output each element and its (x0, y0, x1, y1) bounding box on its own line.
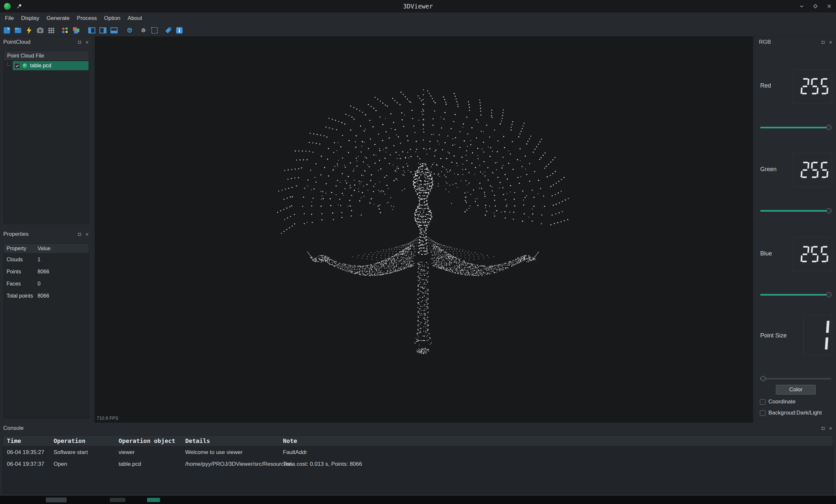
console-cell-details: /home/pyy/PROJ/3DViewer/src/Resources/..… (185, 461, 283, 467)
pointcloud-ball-icon (22, 63, 27, 68)
palette-button[interactable] (71, 25, 81, 35)
maximize-window-icon[interactable] (813, 3, 818, 9)
info-icon (175, 26, 184, 35)
snapshot-button[interactable] (35, 25, 45, 35)
close-panel-icon[interactable] (829, 426, 833, 430)
float-panel-icon[interactable] (821, 40, 825, 44)
color-points-icon (61, 26, 69, 35)
properties-table-header: Property Value (4, 244, 89, 253)
new-pointcloud-icon (3, 26, 11, 35)
selection-area-button[interactable] (150, 25, 159, 35)
menu-generate[interactable]: Generate (43, 13, 73, 24)
shade-window-icon[interactable] (799, 3, 805, 9)
open-file-button[interactable] (13, 25, 23, 35)
property-name: Faces (6, 281, 38, 287)
property-value: 0 (38, 281, 89, 287)
console-column-note[interactable]: Note (283, 438, 833, 444)
property-column-header: Property (6, 246, 38, 252)
close-panel-icon[interactable] (85, 40, 89, 44)
view-bottom-pane-button[interactable] (109, 25, 119, 35)
point-size-slider-handle[interactable] (761, 376, 766, 381)
green-slider[interactable] (760, 208, 832, 214)
red-slider[interactable] (760, 124, 832, 130)
console-column-operation[interactable]: Operation (54, 438, 119, 444)
float-panel-icon[interactable] (77, 232, 82, 236)
viewport-3d[interactable]: 710.8 FPS (95, 37, 753, 423)
background-checkbox-label: Backgroud:Dark/Light (768, 410, 822, 416)
view-left-pane-button[interactable] (87, 25, 97, 35)
console-cell-object: table.pcd (119, 461, 185, 467)
pointcloud-panel: PointCloud Point Cloud File table.pcd (0, 37, 92, 229)
taskbar-item[interactable] (110, 498, 126, 502)
background-checkbox-row[interactable]: Backgroud:Dark/Light (760, 409, 822, 417)
properties-table: Property Value Clouds 1 Points 8066 Face… (4, 243, 89, 419)
float-panel-icon[interactable] (77, 40, 82, 44)
blue-slider-handle[interactable] (826, 292, 832, 297)
color-points-button[interactable] (60, 25, 70, 35)
tag-button[interactable] (163, 25, 173, 35)
info-button[interactable] (174, 25, 184, 35)
background-checkbox[interactable] (760, 410, 765, 416)
pin-icon[interactable] (16, 3, 22, 9)
tree-row: table.pcd (4, 61, 89, 71)
tree-item-table-pcd[interactable]: table.pcd (13, 61, 89, 70)
property-name: Points (6, 269, 38, 275)
view-bottom-pane-icon (110, 26, 118, 35)
console-column-details[interactable]: Details (185, 438, 283, 444)
menu-about[interactable]: About (124, 13, 146, 24)
properties-panel-header: Properties (0, 229, 92, 240)
box-3d-button[interactable] (138, 25, 148, 35)
coordinate-checkbox-row[interactable]: Coordinate (760, 398, 796, 406)
value-column-header: Value (38, 246, 89, 252)
green-lcd-display (793, 153, 832, 187)
toolbar (0, 24, 836, 37)
console-row-1[interactable]: 06-04 19:35:27 Software start viewer Wel… (3, 447, 833, 458)
app-icon (4, 3, 11, 10)
float-panel-icon[interactable] (821, 426, 825, 430)
console-cell-note: FaultAddr (283, 449, 833, 455)
view-right-pane-icon (99, 26, 107, 35)
taskbar-item[interactable] (147, 498, 160, 502)
console-table-header: Time Operation Operation object Details … (3, 435, 833, 447)
snapshot-icon (36, 26, 44, 35)
coordinate-checkbox[interactable] (760, 399, 765, 405)
taskbar-item[interactable] (46, 498, 66, 502)
view-right-pane-button[interactable] (98, 25, 108, 35)
console-cell-note: Time cost: 0.013 s, Points: 8066 (283, 461, 833, 467)
menu-option[interactable]: Option (100, 13, 124, 24)
property-row-faces: Faces 0 (4, 278, 89, 290)
pointcloud-tree: Point Cloud File table.pcd (4, 51, 89, 224)
console-column-object[interactable]: Operation object (119, 438, 185, 444)
menu-display[interactable]: Display (17, 13, 43, 24)
edit-draw-button[interactable] (24, 25, 34, 35)
property-name: Clouds (6, 257, 38, 263)
edit-draw-icon (25, 26, 33, 35)
red-slider-handle[interactable] (826, 125, 832, 130)
new-pointcloud-button[interactable] (2, 25, 12, 35)
menu-process[interactable]: Process (73, 13, 100, 24)
close-panel-icon[interactable] (85, 232, 89, 236)
close-panel-icon[interactable] (829, 40, 833, 44)
console-cell-object: viewer (119, 449, 185, 455)
menu-file[interactable]: File (1, 13, 17, 24)
title-bar: 3DViewer (0, 0, 836, 13)
color-button[interactable]: Color (776, 385, 816, 394)
window-title: 3DViewer (0, 3, 836, 10)
console-panel: Console Time Operation Operation object … (0, 423, 836, 496)
cube-3d-button[interactable] (125, 25, 135, 35)
console-column-time[interactable]: Time (7, 438, 54, 444)
point-size-slider[interactable] (760, 376, 832, 382)
property-row-points: Points 8066 (4, 266, 89, 278)
green-label: Green (760, 166, 777, 173)
console-row-2[interactable]: 06-04 19:37:37 Open table.pcd /home/pyy/… (3, 458, 833, 470)
point-size-label: Point Size (760, 332, 787, 339)
close-window-icon[interactable] (826, 3, 832, 9)
item-checkbox[interactable] (14, 63, 20, 69)
mesh-grid-button[interactable] (46, 25, 56, 35)
property-row-total-points: Total points 8066 (4, 290, 89, 302)
blue-slider[interactable] (760, 292, 832, 297)
taskbar (0, 496, 836, 504)
blue-lcd-display (793, 237, 832, 271)
open-file-icon (14, 26, 22, 35)
green-slider-handle[interactable] (826, 208, 832, 213)
